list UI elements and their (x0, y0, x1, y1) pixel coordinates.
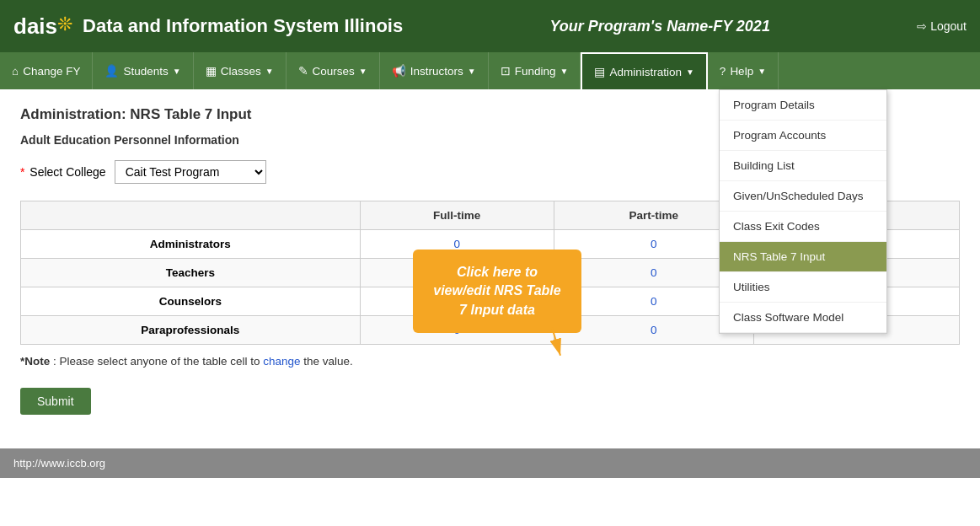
nav-courses[interactable]: ✎ Courses ▼ (287, 52, 380, 89)
row-label: Administrators (21, 230, 361, 259)
tooltip-box: Click here to view/edit NRS Table 7 Inpu… (413, 250, 581, 333)
nav-students[interactable]: 👤 Students ▼ (93, 52, 193, 89)
submit-button[interactable]: Submit (20, 388, 91, 415)
nav-change-fy[interactable]: ⌂ Change FY (0, 52, 93, 89)
dropdown-program-accounts[interactable]: Program Accounts (720, 121, 886, 151)
dropdown-class-exit-codes[interactable]: Class Exit Codes (720, 212, 886, 242)
row-label: Paraprofessionals (21, 316, 361, 345)
header: dais❊ Data and Information System Illino… (0, 0, 980, 52)
caret-icon: ▼ (265, 67, 274, 76)
dropdown-program-details[interactable]: Program Details (720, 90, 886, 121)
header-left: dais❊ Data and Information System Illino… (13, 13, 403, 40)
note-label: *Note (20, 355, 50, 368)
caret-icon: ▼ (686, 67, 694, 77)
college-label: * Select College (20, 165, 106, 179)
dropdown-given-unscheduled[interactable]: Given/UnScheduled Days (720, 181, 886, 212)
home-icon: ⌂ (12, 65, 19, 78)
logo-star-icon: ❊ (57, 13, 72, 35)
row-label: Counselors (21, 287, 361, 316)
caret-icon: ▼ (758, 67, 766, 76)
caret-icon: ▼ (468, 67, 476, 76)
college-select[interactable]: Cait Test Program (115, 160, 266, 184)
navbar: ⌂ Change FY 👤 Students ▼ ▦ Classes ▼ ✎ C… (0, 52, 980, 89)
app-title: Data and Information System Illinois (83, 15, 403, 37)
footer: http://www.iccb.org (0, 448, 980, 478)
dropdown-utilities[interactable]: Utilities (720, 272, 886, 303)
instructors-icon: 📢 (392, 64, 406, 78)
logout-button[interactable]: ⇨ Logout (917, 19, 967, 33)
footer-url: http://www.iccb.org (13, 457, 105, 470)
note-link: change (263, 355, 300, 368)
caret-icon: ▼ (560, 67, 569, 76)
note-row: *Note : Please select anyone of the tabl… (20, 355, 960, 368)
classes-icon: ▦ (206, 64, 217, 78)
dropdown-class-software-model[interactable]: Class Software Model (720, 303, 886, 333)
administration-icon: ▤ (594, 65, 605, 78)
logo: dais❊ (13, 13, 72, 40)
nav-instructors[interactable]: 📢 Instructors ▼ (380, 52, 489, 89)
row-label: Teachers (21, 259, 361, 287)
nav-funding[interactable]: ⊡ Funding ▼ (489, 52, 581, 89)
logout-icon: ⇨ (917, 19, 927, 33)
students-icon: 👤 (104, 64, 119, 78)
help-icon: ? (720, 65, 726, 78)
note-text: : Please select anyone of the table cell… (53, 355, 263, 368)
nav-administration[interactable]: ▤ Administration ▼ (581, 52, 707, 89)
caret-icon: ▼ (173, 67, 181, 76)
funding-icon: ⊡ (501, 64, 511, 78)
tooltip-container: Click here to view/edit NRS Table 7 Inpu… (413, 250, 581, 333)
table-header-fulltime: Full-time (360, 201, 554, 230)
administration-dropdown: Program Details Program Accounts Buildin… (719, 89, 887, 334)
dropdown-nrs-table7[interactable]: NRS Table 7 Input (720, 242, 886, 272)
logo-text: dais (13, 13, 57, 40)
dropdown-building-list[interactable]: Building List (720, 151, 886, 181)
table-header-label (21, 201, 361, 230)
nav-classes[interactable]: ▦ Classes ▼ (194, 52, 287, 89)
required-star: * (20, 165, 24, 179)
note-text2: the value. (303, 355, 353, 368)
courses-icon: ✎ (298, 64, 308, 78)
program-name: Your Program's Name-FY 2021 (550, 18, 770, 35)
caret-icon: ▼ (359, 67, 367, 76)
nav-help[interactable]: ? Help ▼ (708, 52, 779, 89)
